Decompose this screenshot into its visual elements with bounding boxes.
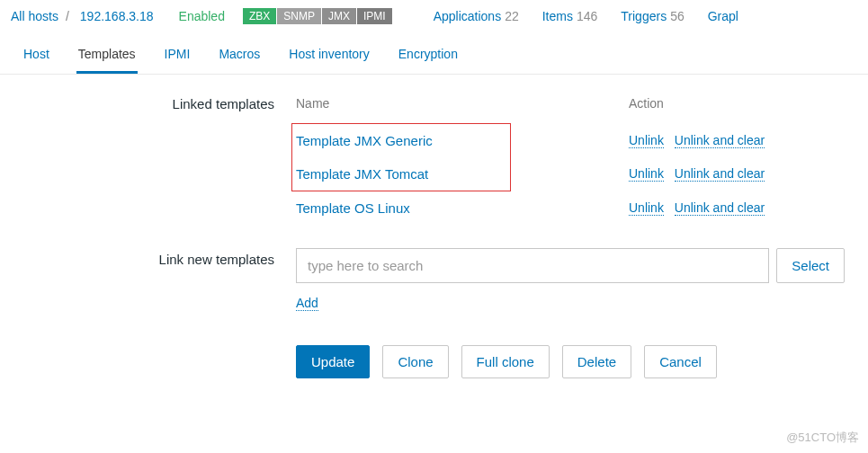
- highlighted-templates-box: Template JMX Generic Unlink Unlink and c…: [291, 123, 511, 191]
- add-link[interactable]: Add: [296, 296, 318, 311]
- full-clone-button[interactable]: Full clone: [461, 345, 550, 378]
- host-status: Enabled: [179, 9, 225, 23]
- host-tabs: Host Templates IPMI Macros Host inventor…: [0, 36, 868, 75]
- unlink-clear-link[interactable]: Unlink and clear: [675, 166, 765, 182]
- breadcrumb-separator: /: [66, 9, 69, 23]
- templates-form: Linked templates Name Action Template JM…: [0, 75, 868, 429]
- badge-ipmi: IPMI: [357, 8, 392, 24]
- interface-badges: ZBX SNMP JMX IPMI: [243, 8, 392, 24]
- template-link[interactable]: Template OS Linux: [296, 200, 410, 216]
- col-header-name: Name: [296, 96, 629, 111]
- link-items[interactable]: Items146: [542, 9, 598, 23]
- host-info-bar: All hosts / 192.168.3.18 Enabled ZBX SNM…: [0, 0, 868, 32]
- linked-templates-table: Name Action Template JMX Generic Unlink …: [296, 93, 845, 225]
- badge-jmx: JMX: [322, 8, 356, 24]
- unlink-link[interactable]: Unlink: [629, 166, 664, 182]
- template-row: Template OS Linux Unlink Unlink and clea…: [296, 191, 845, 225]
- form-actions: Update Clone Full clone Delete Cancel: [296, 345, 845, 378]
- tab-templates[interactable]: Templates: [76, 36, 138, 74]
- tab-encryption[interactable]: Encryption: [397, 36, 460, 74]
- form-actions-row: Update Clone Full clone Delete Cancel: [22, 334, 846, 378]
- linked-templates-header: Name Action: [296, 93, 845, 123]
- linked-templates-row: Linked templates Name Action Template JM…: [22, 93, 846, 225]
- badge-snmp: SNMP: [277, 8, 321, 24]
- breadcrumb-all-hosts[interactable]: All hosts: [11, 9, 58, 23]
- unlink-link[interactable]: Unlink: [629, 200, 664, 216]
- breadcrumb-host-ip[interactable]: 192.168.3.18: [76, 7, 157, 25]
- update-button[interactable]: Update: [296, 345, 370, 378]
- linked-templates-label: Linked templates: [22, 93, 296, 225]
- tab-host-inventory[interactable]: Host inventory: [287, 36, 371, 74]
- tab-host[interactable]: Host: [22, 36, 51, 74]
- unlink-link[interactable]: Unlink: [629, 133, 664, 148]
- link-new-templates-row: Link new templates Select Add: [22, 248, 846, 311]
- link-new-templates-field: Select Add: [296, 248, 845, 311]
- select-button[interactable]: Select: [776, 248, 845, 283]
- template-row: Template JMX Generic Unlink Unlink and c…: [296, 124, 809, 157]
- template-search-input[interactable]: [296, 248, 769, 283]
- template-row: Template JMX Tomcat Unlink Unlink and cl…: [296, 157, 809, 191]
- unlink-clear-link[interactable]: Unlink and clear: [675, 133, 765, 148]
- link-new-templates-label: Link new templates: [22, 248, 296, 311]
- unlink-clear-link[interactable]: Unlink and clear: [675, 200, 765, 216]
- tab-ipmi[interactable]: IPMI: [163, 36, 192, 74]
- cancel-button[interactable]: Cancel: [644, 345, 717, 378]
- tab-macros[interactable]: Macros: [217, 36, 262, 74]
- template-link[interactable]: Template JMX Generic: [296, 133, 433, 148]
- template-link[interactable]: Template JMX Tomcat: [296, 166, 428, 182]
- link-graphs[interactable]: Grapl: [708, 9, 738, 23]
- link-triggers[interactable]: Triggers56: [621, 9, 684, 23]
- delete-button[interactable]: Delete: [562, 345, 631, 378]
- badge-zbx: ZBX: [243, 8, 276, 24]
- col-header-action: Action: [629, 96, 845, 111]
- link-applications[interactable]: Applications22: [434, 9, 519, 23]
- clone-button[interactable]: Clone: [382, 345, 448, 378]
